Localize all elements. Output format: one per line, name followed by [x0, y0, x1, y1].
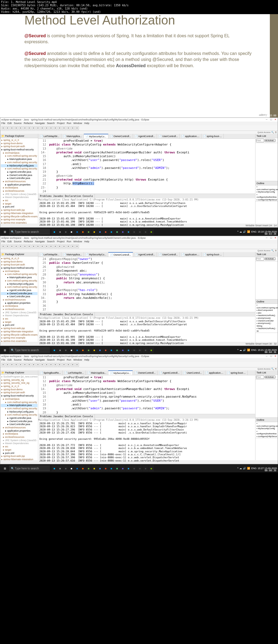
toolbar-button[interactable]: ▪	[23, 244, 27, 248]
tree-item[interactable]: ▸ spring-boot-jwt-auth	[1, 145, 37, 148]
toolbar-button[interactable]: ▪	[32, 244, 36, 248]
editor-tab[interactable]: 📄 LetToMapStr...	[63, 370, 86, 375]
taskbar-app-icon[interactable]: ■	[74, 465, 80, 471]
editor-tab[interactable]: 📄 MainApplica...	[61, 134, 84, 138]
toolbar-button[interactable]: ▪	[14, 363, 18, 367]
editor-tab[interactable]: 📄 OwnerControll...	[108, 134, 133, 138]
toolbar-button[interactable]: ▪	[58, 363, 62, 367]
menu-item[interactable]: Run	[67, 358, 71, 362]
tree-item[interactable]: ▸ src	[1, 199, 37, 202]
tree-item[interactable]: ▸ com.method.spring.security	[1, 273, 37, 276]
tree-item[interactable]: ▸ spring-lifecycle-callbacks-example_25	[1, 215, 37, 218]
tree-item[interactable]: ▸ JRE System Library [JavaSE-1.8]	[1, 311, 37, 314]
taskbar-app-icon[interactable]: ■	[86, 347, 91, 353]
taskbar-app-icon[interactable]: ■	[91, 229, 97, 235]
menu-item[interactable]: Project	[57, 240, 65, 243]
tree-item[interactable]: ▸ spring-boot-web-jsp	[1, 455, 37, 458]
tree-item[interactable]: ▸ MySecurityConfig.java	[1, 164, 37, 168]
toolbar-button[interactable]: ▪	[49, 244, 53, 248]
maximize-button[interactable]: ☐	[270, 237, 272, 239]
toolbar-button[interactable]: ▪	[62, 363, 66, 367]
editor-tab[interactable]: 📄 MySecurityCo...	[108, 370, 133, 375]
tree-item[interactable]: ▸ spring-boot-demo	[1, 388, 37, 391]
taskbar-app-icon[interactable]: ■	[143, 229, 148, 235]
start-button[interactable]: ⊞	[1, 465, 9, 471]
menu-item[interactable]: Edit	[8, 358, 12, 362]
editor-tab[interactable]: 📄 spring-boot-...	[201, 134, 224, 138]
taskbar-app-icon[interactable]: ■	[97, 465, 103, 471]
tree-item[interactable]: ▸ AgentController.java	[1, 417, 37, 420]
toolbar-button[interactable]: ▪	[14, 244, 18, 248]
taskbar-app-icon[interactable]: ■	[137, 347, 143, 353]
tree-item[interactable]: ▸ com.method.spring.security	[1, 401, 37, 404]
editor-tab[interactable]: 📄 spring-boot-...	[225, 370, 248, 375]
tree-item[interactable]: ▸ Maven Dependencies	[1, 196, 37, 199]
tree-item[interactable]: ▸ src/test/java	[1, 432, 37, 436]
toolbar-button[interactable]: ▪	[6, 126, 10, 130]
taskbar-app-icon[interactable]: ■	[74, 347, 80, 353]
toolbar-button[interactable]: ▪	[19, 126, 23, 130]
find-input[interactable]	[256, 257, 264, 261]
taskbar-app-icon[interactable]: ■	[80, 229, 86, 235]
taskbar-app-icon[interactable]: ■	[69, 465, 74, 471]
tree-item[interactable]: ▸ src/test/java	[1, 305, 37, 308]
taskbar-app-icon[interactable]: ■	[143, 465, 148, 471]
tree-item[interactable]: ▸ spring-hibernate-integration	[1, 330, 37, 333]
tree-item[interactable]: ▸ spring-boot-jwt-auth	[1, 391, 37, 394]
taskbar-app-icon[interactable]: ■	[80, 465, 86, 471]
editor-tab[interactable]: 📄 spring-boot-...	[201, 252, 224, 257]
taskbar-app-icon[interactable]: ■	[149, 347, 154, 353]
find-input[interactable]	[256, 139, 264, 142]
taskbar-app-icon[interactable]: ■	[109, 465, 114, 471]
toolbar-button[interactable]: ▪	[49, 363, 53, 367]
tree-item[interactable]: ▸ UserController.java	[1, 423, 37, 426]
close-button[interactable]: ✕	[274, 118, 277, 121]
editor-tab[interactable]: 📄 LetToMapStr...	[38, 134, 61, 138]
tree-item[interactable]: ▸ spring-boot-demo	[1, 260, 37, 264]
editor-tab[interactable]: 📄 UserControll...	[157, 134, 180, 138]
tree-item[interactable]: ▸ src	[1, 445, 37, 448]
tree-item[interactable]: ▸ application.properties	[1, 183, 37, 187]
tree-item[interactable]: ▸ spring-mvc-example1	[1, 221, 37, 224]
taskbar-app-icon[interactable]: ■	[63, 229, 68, 235]
tree-item[interactable]: ▸ spring-boot-method-security	[1, 394, 37, 398]
editor-tab[interactable]: 📄 AgentControll...	[133, 134, 157, 138]
taskbar-app-icon[interactable]: ■	[103, 347, 108, 353]
tree-item[interactable]: ▸ spring-boot-web-jsp	[1, 327, 37, 330]
menu-item[interactable]: Search	[47, 122, 55, 125]
toolbar-button[interactable]: ▪	[45, 244, 49, 248]
taskbar-app-icon[interactable]: ■	[131, 465, 137, 471]
menu-item[interactable]: Refactor	[24, 358, 33, 362]
tree-item[interactable]: ▸ application.properties	[1, 302, 37, 305]
taskbar-app-icon[interactable]: ■	[137, 229, 143, 235]
toolbar-button[interactable]: ▪	[36, 126, 40, 130]
taskbar-app-icon[interactable]: ■	[103, 465, 108, 471]
taskbar-app-icon[interactable]: ■	[57, 229, 63, 235]
toolbar-button[interactable]: ▪	[36, 244, 40, 248]
code-editor[interactable]: 11121314-1516171819202122 prePostEnabled…	[38, 375, 255, 414]
toolbar-button[interactable]: ▪	[71, 126, 75, 130]
tree-item[interactable]: ▸ MySecurityConfig.java	[1, 283, 37, 286]
tree-item[interactable]: ▸ src/test/resources	[1, 436, 37, 439]
toolbar-button[interactable]: ▪	[32, 363, 36, 367]
tree-item[interactable]: ▸ com.method.spring.security	[1, 154, 37, 158]
toolbar-button[interactable]: ▪	[53, 244, 57, 248]
code-editor[interactable]: 11121314-151617181920212223-242526 } pre…	[38, 139, 255, 194]
tree-item[interactable]: ▸ com.method.spring.security.config	[1, 407, 37, 410]
taskbar-app-icon[interactable]: ■	[120, 229, 125, 235]
editor-tab[interactable]: 📄 OwnerControll...	[133, 370, 158, 375]
menu-item[interactable]: Project	[57, 122, 65, 125]
tree-item[interactable]: ▸ spring-boot-method-security	[1, 148, 37, 151]
tree-item[interactable]: ▸ application.properties	[1, 429, 37, 433]
menu-item[interactable]: Project	[57, 358, 65, 362]
taskbar-app-icon[interactable]: ■	[74, 229, 80, 235]
menu-item[interactable]: Window	[73, 358, 82, 362]
all-button[interactable]: All Activat...	[265, 376, 276, 379]
tree-item[interactable]: ▸ target	[1, 321, 37, 324]
menu-item[interactable]: Refactor	[24, 240, 33, 243]
tree-item[interactable]: ▸ com.method.spring.security.config	[1, 161, 37, 164]
toolbar-button[interactable]: ▪	[53, 363, 57, 367]
tree-item[interactable]: ▸ src/main/java	[1, 270, 37, 273]
toolbar-button[interactable]: ▪	[36, 363, 40, 367]
toolbar-button[interactable]: ▪	[27, 363, 31, 367]
